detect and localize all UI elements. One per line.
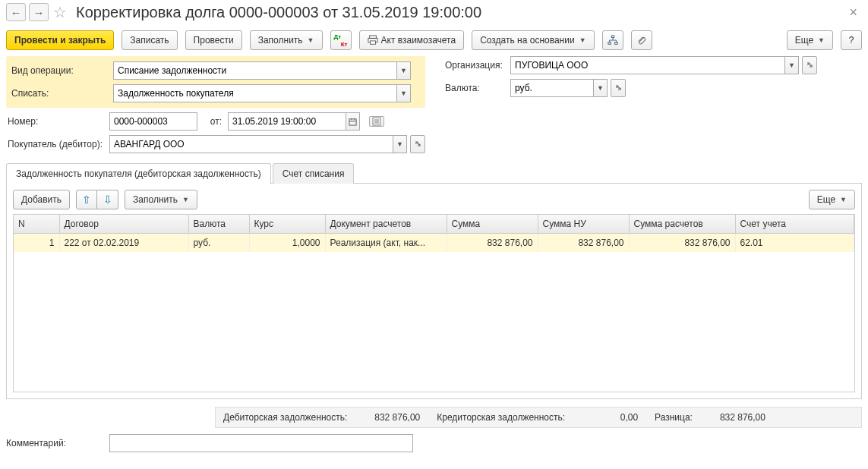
- write-off-dropdown[interactable]: ▼: [397, 84, 411, 102]
- create-based-label: Создать на основании: [480, 35, 575, 46]
- dtkt-icon: [334, 35, 348, 46]
- diff-label: Разница:: [655, 412, 693, 423]
- move-down-button[interactable]: ⇩: [97, 190, 118, 209]
- debit-value: 832 876,00: [352, 412, 420, 423]
- chevron-down-icon: ▼: [308, 36, 314, 44]
- comment-label: Комментарий:: [6, 438, 103, 449]
- col-sum-nu[interactable]: Сумма НУ: [538, 215, 629, 234]
- arrow-down-icon: ⇩: [103, 194, 112, 206]
- credit-label: Кредиторская задолженность:: [437, 412, 565, 423]
- save-button[interactable]: Записать: [122, 30, 177, 50]
- chevron-down-icon: ▼: [182, 196, 189, 203]
- svg-rect-4: [608, 42, 611, 45]
- move-up-button[interactable]: ⇧: [76, 190, 97, 209]
- tab-writeoff-account[interactable]: Счет списания: [273, 163, 355, 184]
- paperclip-icon: [636, 35, 647, 46]
- currency-input[interactable]: [510, 79, 594, 97]
- close-icon[interactable]: ×: [844, 5, 862, 20]
- date-input[interactable]: [228, 112, 346, 131]
- comment-input[interactable]: [109, 434, 413, 452]
- chevron-down-icon: ▼: [579, 36, 586, 44]
- org-label: Организация:: [440, 60, 504, 71]
- calendar-icon: [349, 118, 357, 126]
- table-more-button[interactable]: Еще▼: [809, 190, 855, 209]
- currency-dropdown[interactable]: ▼: [594, 79, 608, 97]
- col-sum-calc[interactable]: Сумма расчетов: [629, 215, 735, 234]
- org-input[interactable]: [510, 56, 785, 74]
- currency-open-button[interactable]: [611, 79, 626, 97]
- col-rate[interactable]: Курс: [249, 215, 325, 234]
- col-contract[interactable]: Договор: [59, 215, 188, 234]
- cell-rate[interactable]: 1,0000: [249, 234, 325, 253]
- nav-back-button[interactable]: ←: [6, 3, 26, 21]
- structure-button[interactable]: [602, 30, 623, 50]
- table-more-label: Еще: [817, 194, 835, 205]
- svg-rect-6: [349, 118, 356, 124]
- act-label: Акт взаимозачета: [381, 35, 456, 46]
- print-icon: [368, 35, 378, 46]
- open-icon: [806, 61, 813, 69]
- buyer-input[interactable]: [109, 135, 393, 153]
- chevron-down-icon: ▼: [840, 196, 847, 203]
- col-n[interactable]: N: [14, 215, 59, 234]
- svg-rect-5: [614, 42, 617, 45]
- number-input[interactable]: [109, 112, 197, 131]
- help-button[interactable]: ?: [841, 30, 862, 50]
- more-button[interactable]: Еще▼: [787, 30, 833, 50]
- write-off-input[interactable]: [113, 84, 397, 102]
- add-row-button[interactable]: Добавить: [13, 190, 70, 209]
- col-account[interactable]: Счет учета: [735, 215, 854, 234]
- cell-contract[interactable]: 222 от 02.02.2019: [59, 234, 188, 253]
- attachment-button[interactable]: [631, 30, 652, 50]
- org-dropdown[interactable]: ▼: [785, 56, 799, 74]
- col-sum[interactable]: Сумма: [447, 215, 538, 234]
- nav-forward-button[interactable]: →: [29, 3, 49, 21]
- debit-label: Дебиторская задолженность:: [223, 412, 347, 423]
- buyer-label: Покупатель (дебитор):: [6, 139, 103, 150]
- table-row[interactable]: 1222 от 02.02.2019руб.1,0000Реализация (…: [14, 234, 854, 253]
- operation-type-dropdown[interactable]: ▼: [397, 61, 411, 80]
- write-off-label: Списать:: [10, 88, 107, 99]
- cell-sum[interactable]: 832 876,00: [447, 234, 538, 253]
- status-indicator[interactable]: [369, 116, 384, 127]
- page-title: Корректировка долга 0000-000003 от 31.05…: [76, 4, 481, 21]
- arrow-up-icon: ⇧: [82, 194, 91, 206]
- diff-value: 832 876,00: [697, 412, 765, 423]
- cell-n[interactable]: 1: [14, 234, 59, 253]
- operation-type-input[interactable]: [113, 61, 397, 80]
- structure-icon: [608, 35, 618, 46]
- dt-kt-button[interactable]: [330, 30, 352, 50]
- post-button[interactable]: Провести: [185, 30, 242, 50]
- cell-doc[interactable]: Реализация (акт, нак...: [325, 234, 447, 253]
- calendar-button[interactable]: [346, 112, 360, 131]
- table-fill-button[interactable]: Заполнить▼: [125, 190, 197, 209]
- more-label: Еще: [795, 35, 813, 46]
- credit-value: 0,00: [570, 412, 638, 423]
- currency-label: Валюта:: [440, 83, 504, 93]
- favorite-star-icon[interactable]: ☆: [52, 4, 68, 20]
- chevron-down-icon: ▼: [818, 36, 825, 44]
- operation-type-label: Вид операции:: [10, 65, 107, 76]
- col-doc[interactable]: Документ расчетов: [325, 215, 447, 234]
- open-icon: [614, 84, 622, 92]
- table-fill-label: Заполнить: [133, 194, 178, 205]
- status-icon: [372, 117, 381, 126]
- svg-rect-0: [369, 36, 376, 39]
- from-label: от:: [204, 116, 222, 127]
- cell-account[interactable]: 62.01: [735, 234, 854, 253]
- open-icon: [414, 140, 421, 148]
- cell-currency[interactable]: руб.: [188, 234, 249, 253]
- svg-rect-3: [611, 36, 614, 38]
- create-based-button[interactable]: Создать на основании▼: [472, 30, 594, 50]
- fill-label: Заполнить: [258, 35, 303, 46]
- cell-sum-nu[interactable]: 832 876,00: [538, 234, 629, 253]
- col-currency[interactable]: Валюта: [188, 215, 249, 234]
- org-open-button[interactable]: [802, 56, 817, 74]
- act-button[interactable]: Акт взаимозачета: [359, 30, 465, 50]
- buyer-dropdown[interactable]: ▼: [393, 135, 407, 153]
- buyer-open-button[interactable]: [410, 135, 425, 153]
- fill-button[interactable]: Заполнить▼: [250, 30, 323, 50]
- cell-sum-calc[interactable]: 832 876,00: [629, 234, 735, 253]
- post-and-close-button[interactable]: Провести и закрыть: [6, 30, 114, 50]
- tab-debtor-debt[interactable]: Задолженность покупателя (дебиторская за…: [6, 163, 271, 184]
